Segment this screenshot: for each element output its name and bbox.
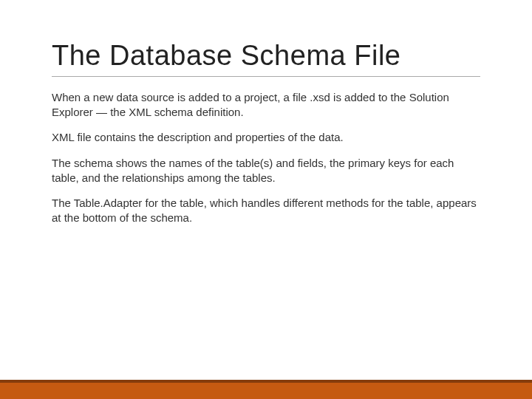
paragraph: When a new data source is added to a pro…: [52, 90, 480, 120]
slide-container: The Database Schema File When a new data…: [0, 0, 532, 399]
slide-title: The Database Schema File: [52, 41, 480, 77]
slide-body: When a new data source is added to a pro…: [52, 90, 480, 226]
paragraph: XML file contains the description and pr…: [52, 130, 480, 145]
footer-accent-bar: [0, 383, 532, 399]
paragraph: The Table.Adapter for the table, which h…: [52, 196, 480, 226]
paragraph: The schema shows the names of the table(…: [52, 156, 480, 186]
